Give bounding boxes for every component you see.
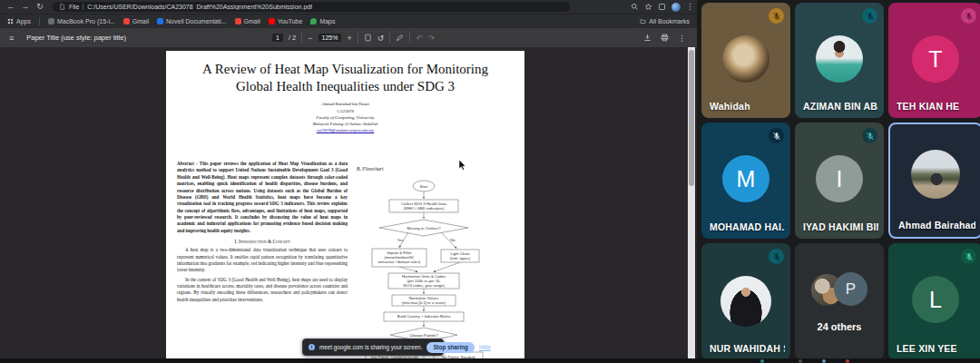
browser-menu-icon[interactable]: ⋮ bbox=[686, 0, 691, 14]
avatar bbox=[911, 150, 960, 199]
bookmark-label: Gmail bbox=[244, 18, 260, 25]
paper-paragraph: In the context of SDG 3 (Good Health and… bbox=[177, 277, 348, 304]
hide-toast-link[interactable]: Hide bbox=[479, 344, 491, 350]
mic-muted-icon bbox=[862, 8, 877, 24]
svg-text:(trim, types): (trim, types) bbox=[450, 256, 471, 260]
svg-text:(WHO / GBD indicators): (WHO / GBD indicators) bbox=[404, 206, 445, 211]
author-email-link[interactable]: ca23078@student.umpsa.edu.my bbox=[166, 127, 524, 133]
zoom-level[interactable]: 125% bbox=[318, 34, 342, 42]
pdf-viewer-area: A Review of Heat Map Visualization for M… bbox=[0, 47, 697, 358]
control-dot bbox=[799, 359, 802, 363]
others-count-label: 24 others bbox=[795, 321, 884, 332]
participant-name: IYAD HAKIMI BIN... bbox=[803, 221, 878, 232]
toolbar-divider bbox=[301, 33, 302, 43]
toolbar-divider bbox=[409, 33, 410, 43]
flowchart-figure: Start Collect SDG 3 Health Data (WHO / G… bbox=[365, 179, 485, 358]
participant-tile[interactable]: L LEE XIN YEE bbox=[888, 243, 980, 360]
url-text: C:/Users/USER/Downloads/CA23078_Draft%20… bbox=[87, 4, 312, 10]
bookmark-item[interactable]: MacBook Pro (15-i... bbox=[48, 18, 115, 25]
zoom-out-button[interactable]: − bbox=[308, 34, 312, 43]
address-bar[interactable]: File C:/Users/USER/Downloads/CA23078_Dra… bbox=[53, 2, 570, 12]
bookmark-item[interactable]: Gmail bbox=[123, 18, 149, 25]
avatar bbox=[816, 35, 863, 83]
author-affiliation: Malaysia Pahang Al-Sultan Abdullah bbox=[166, 121, 524, 127]
search-icon[interactable] bbox=[631, 3, 639, 11]
bookmark-item[interactable]: Novell Documentati... bbox=[157, 18, 227, 25]
participant-tile[interactable]: I IYAD HAKIMI BIN... bbox=[795, 123, 884, 239]
pdf-menu-icon[interactable]: ≡ bbox=[9, 34, 14, 43]
annotate-pen-icon[interactable] bbox=[396, 34, 404, 42]
back-icon[interactable]: ← bbox=[5, 0, 16, 14]
author-name: Ahmad Bairahad bin Husni bbox=[166, 101, 524, 107]
zoom-in-button[interactable]: + bbox=[347, 34, 351, 43]
svg-text:Start: Start bbox=[420, 184, 429, 189]
participant-name: LEE XIN YEE bbox=[897, 343, 957, 354]
apps-grid-icon bbox=[7, 18, 14, 25]
avatar-initial: T bbox=[912, 35, 959, 83]
rotate-icon[interactable]: ↺ bbox=[377, 34, 385, 43]
pdf-scrollbar[interactable] bbox=[688, 47, 695, 358]
svg-text:Yes: Yes bbox=[397, 238, 404, 242]
mouse-cursor bbox=[458, 160, 466, 171]
bookmarks-bar: Apps MacBook Pro (15-i... Gmail Novell D… bbox=[0, 14, 697, 27]
folder-icon bbox=[640, 18, 646, 25]
bookmark-favicon bbox=[48, 18, 54, 25]
meet-window: ← → ↻ File C:/Users/USER/Downloads/CA230… bbox=[0, 0, 980, 363]
gmail-favicon bbox=[235, 18, 241, 25]
section-heading: I. Introduction & Concept bbox=[177, 239, 348, 244]
participant-tile[interactable]: M MOHAMAD HAI... bbox=[701, 123, 790, 239]
url-scheme-label: File bbox=[69, 4, 79, 10]
undo-icon[interactable]: ↶ bbox=[416, 34, 423, 43]
bookmark-item[interactable]: Gmail bbox=[235, 18, 260, 25]
paper-left-column: Abstract - This paper reviews the applic… bbox=[177, 161, 348, 303]
group-avatars: P bbox=[811, 272, 867, 307]
browser-toolbar: ← → ↻ File C:/Users/USER/Downloads/CA230… bbox=[0, 0, 697, 14]
screen-share-toast: i meet.google.com is sharing your screen… bbox=[302, 338, 444, 356]
participant-name: TEH KIAN HE bbox=[897, 101, 959, 112]
all-bookmarks-button[interactable]: All Bookmarks bbox=[640, 18, 690, 25]
svg-text:ISO3 codes, year range): ISO3 codes, year range) bbox=[403, 283, 445, 288]
bookmark-item[interactable]: YouTube bbox=[269, 18, 303, 25]
bookmark-apps[interactable]: Apps bbox=[7, 18, 31, 25]
avatar bbox=[720, 276, 771, 327]
participant-tile-active[interactable]: Ahmad Bairahad bbox=[888, 123, 980, 239]
participant-name: Wahidah bbox=[710, 101, 750, 112]
mic-muted-icon bbox=[862, 128, 877, 143]
page-number-input[interactable]: 1 bbox=[272, 34, 283, 42]
print-icon[interactable] bbox=[661, 34, 669, 42]
tab-switcher-icon[interactable] bbox=[658, 3, 666, 11]
profile-avatar[interactable] bbox=[671, 3, 681, 12]
svg-text:(min-max [0-1] or z-score): (min-max [0-1] or z-score) bbox=[402, 300, 446, 305]
all-bookmarks-label: All Bookmarks bbox=[649, 18, 690, 25]
file-icon bbox=[59, 4, 65, 10]
info-icon: i bbox=[309, 344, 315, 350]
participant-tile[interactable]: T TEH KIAN HE bbox=[888, 3, 980, 118]
svg-text:Build Country × Indicator Matr: Build Country × Indicator Matrix bbox=[397, 314, 451, 319]
overflow-participants-tile[interactable]: P 24 others bbox=[795, 243, 884, 360]
reload-icon[interactable]: ↻ bbox=[34, 0, 45, 14]
mic-muted-icon bbox=[769, 8, 784, 24]
avatar bbox=[722, 35, 769, 83]
paper-author-block: Ahmad Bairahad bin Husni CA23078 Faculty… bbox=[166, 101, 524, 133]
bookmarks-divider bbox=[39, 17, 40, 25]
participants-grid: Wahidah AZIMAN BIN AB... T TEH KIAN bbox=[697, 0, 980, 363]
bookmark-item[interactable]: Maps bbox=[310, 18, 335, 25]
participant-tile[interactable]: Wahidah bbox=[701, 3, 790, 118]
youtube-favicon bbox=[269, 18, 275, 25]
fit-page-icon[interactable] bbox=[364, 34, 372, 42]
control-dot bbox=[846, 359, 849, 363]
participant-tile[interactable]: AZIMAN BIN AB... bbox=[795, 3, 884, 118]
stop-sharing-button[interactable]: Stop sharing bbox=[426, 342, 474, 353]
pdf-scrollbar-thumb[interactable] bbox=[689, 50, 694, 186]
bookmark-star-icon[interactable] bbox=[644, 3, 652, 11]
page-count-label: / 2 bbox=[289, 34, 296, 42]
participant-tile[interactable]: NUR WAHIDAH S... bbox=[701, 243, 790, 360]
redo-icon[interactable]: ↷ bbox=[428, 34, 436, 43]
download-icon[interactable] bbox=[643, 34, 652, 42]
maps-favicon bbox=[310, 18, 317, 25]
pdf-more-icon[interactable]: ⋮ bbox=[678, 34, 686, 43]
participant-name: MOHAMAD HAI... bbox=[710, 221, 785, 232]
bookmark-label: YouTube bbox=[278, 18, 303, 25]
forward-icon[interactable]: → bbox=[20, 0, 31, 14]
svg-text:Choose Palette?: Choose Palette? bbox=[410, 333, 439, 338]
